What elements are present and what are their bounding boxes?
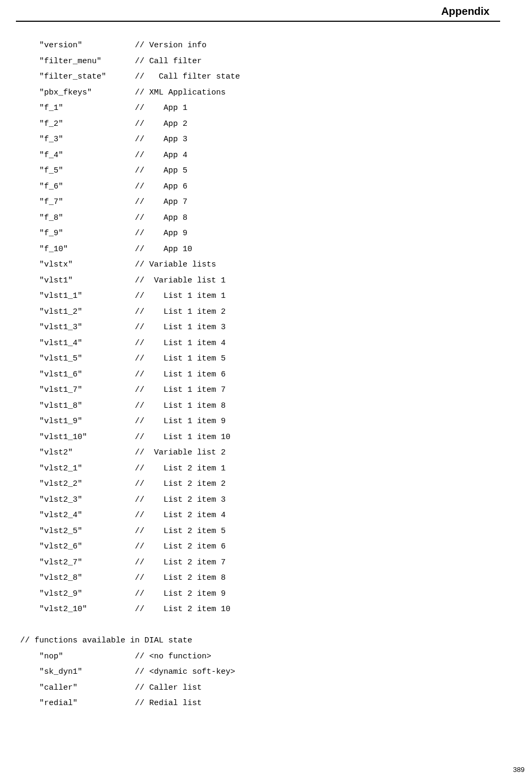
- page: Appendix "version" // Version info "filt…: [0, 0, 532, 781]
- code-listing: "version" // Version info "filter_menu" …: [16, 38, 500, 711]
- page-header: Appendix: [16, 5, 500, 21]
- page-number: 389: [513, 766, 525, 774]
- header-rule: [16, 21, 500, 22]
